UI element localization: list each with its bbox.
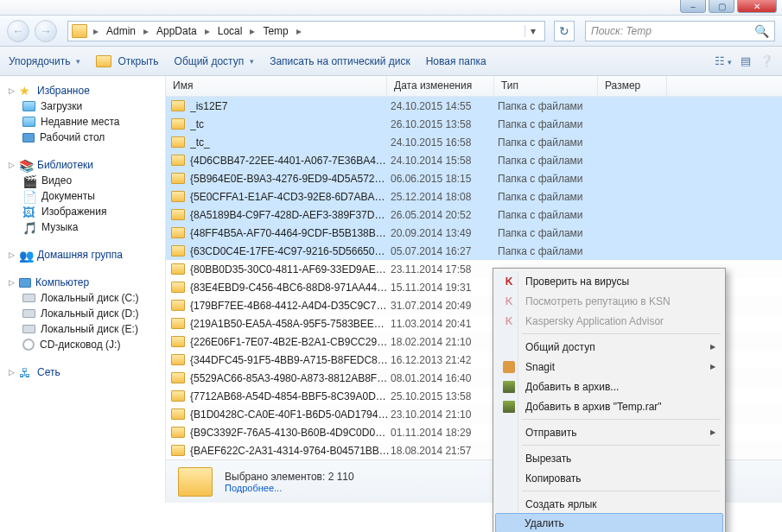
sidebar-item-downloads[interactable]: Загрузки — [3, 98, 162, 114]
favorites-heading[interactable]: ▷★Избранное — [3, 83, 162, 98]
computer-heading[interactable]: ▷Компьютер — [3, 275, 162, 290]
folder-icon — [171, 136, 185, 148]
separator — [522, 491, 721, 491]
chevron-right-icon[interactable]: ▸ — [91, 25, 101, 37]
new-folder-button[interactable]: Новая папка — [426, 55, 486, 67]
folder-icon — [171, 227, 185, 238]
folder-icon — [171, 191, 185, 202]
minimize-button[interactable]: – — [680, 0, 706, 13]
maximize-button[interactable]: ▢ — [709, 0, 734, 13]
rar-icon — [502, 380, 516, 394]
chevron-right-icon[interactable]: ▸ — [141, 25, 151, 37]
sidebar-item-drive-c[interactable]: Локальный диск (C:) — [3, 290, 162, 306]
chevron-right-icon[interactable]: ▸ — [294, 25, 304, 37]
ctx-snagit[interactable]: Snagit — [496, 357, 722, 377]
file-date: 23.10.2014 21:10 — [391, 408, 498, 421]
back-button[interactable]: ← — [7, 20, 29, 42]
ctx-add-rar[interactable]: Добавить в архив "Temp.rar" — [496, 396, 722, 416]
ctx-create-shortcut[interactable]: Создать ярлык — [496, 494, 722, 514]
file-name: {226E06F1-7E07-4B2E-B2A1-CB9CC29754... — [190, 336, 391, 348]
sidebar-item-drive-cd[interactable]: CD-дисковод (J:) — [3, 337, 162, 352]
table-row[interactable]: {63CD0C4E-17FE-4C97-9216-5D56650887...05… — [166, 242, 782, 260]
file-name: {179BF7EE-4B68-4412-A4D4-D35C9C7FB56... — [190, 300, 391, 312]
ctx-add-archive[interactable]: Добавить в архив... — [496, 377, 722, 396]
music-icon: 🎵 — [22, 221, 36, 233]
search-input[interactable]: Поиск: Temp 🔍 — [585, 21, 775, 41]
open-button[interactable]: Открыть — [96, 55, 158, 67]
libraries-heading[interactable]: ▷📚Библиотеки — [3, 157, 162, 173]
refresh-button[interactable]: ↻ — [554, 21, 575, 41]
breadcrumb-item[interactable]: Local — [214, 25, 246, 37]
ctx-ksn-reputation: KПосмотреть репутацию в KSN — [496, 291, 722, 311]
table-row[interactable]: {4D6CBB47-22EE-4401-A067-7E36BA4F37...24… — [166, 151, 782, 169]
folder-icon — [171, 100, 185, 111]
table-row[interactable]: _tc_24.10.2015 16:58Папка с файлами — [166, 133, 782, 151]
address-bar[interactable]: ▸ Admin ▸ AppData ▸ Local ▸ Temp ▸ ▾ — [67, 21, 545, 41]
sidebar-item-drive-e[interactable]: Локальный диск (E:) — [3, 321, 162, 337]
table-row[interactable]: {5E0CFFA1-E1AF-4CD3-92E8-6D7ABA881...25.… — [166, 187, 782, 206]
folder-icon — [171, 427, 185, 438]
breadcrumb-item[interactable]: Admin — [103, 25, 139, 37]
close-button[interactable]: ✕ — [737, 0, 777, 13]
folder-icon — [171, 118, 185, 130]
file-name: {8A5189B4-C9F7-428D-AEF3-389F37DC34... — [190, 209, 391, 221]
file-type: Папка с файлами — [498, 118, 619, 130]
homegroup-heading[interactable]: ▷👥Домашняя группа — [3, 247, 162, 263]
computer-icon — [19, 278, 31, 288]
column-size[interactable]: Размер — [598, 76, 667, 96]
table-row[interactable]: {8A5189B4-C9F7-428D-AEF3-389F37DC34...26… — [166, 206, 782, 224]
rar-icon — [502, 400, 516, 414]
chevron-right-icon[interactable]: ▸ — [202, 25, 213, 37]
separator — [522, 333, 721, 334]
table-row[interactable]: _is12E724.10.2015 14:55Папка с файлами — [166, 97, 782, 115]
folder-icon — [171, 354, 185, 365]
file-date: 20.09.2014 13:49 — [391, 227, 498, 239]
forward-button[interactable]: → — [35, 20, 57, 42]
column-name[interactable]: Имя — [166, 76, 387, 96]
ctx-share[interactable]: Общий доступ — [496, 337, 722, 357]
ctx-send-to[interactable]: Отправить — [496, 422, 722, 442]
table-row[interactable]: {5B964E0E-B9A3-4276-9ED9-4D5A572074...06… — [166, 169, 782, 187]
burn-button[interactable]: Записать на оптический диск — [270, 55, 410, 67]
sidebar-item-drive-d[interactable]: Локальный диск (D:) — [3, 306, 162, 321]
sidebar-item-recent[interactable]: Недавние места — [3, 114, 162, 130]
separator — [522, 419, 721, 420]
breadcrumb-item[interactable]: AppData — [153, 25, 200, 37]
share-menu[interactable]: Общий доступ — [175, 55, 255, 67]
file-name: {B9C3392F-76A5-4130-B60B-4D9C0D083E6... — [190, 427, 391, 439]
chevron-right-icon[interactable]: ▸ — [247, 25, 257, 37]
details-link[interactable]: Подробнее... — [225, 483, 354, 493]
organize-menu[interactable]: Упорядочить — [9, 55, 80, 67]
breadcrumb-item[interactable]: Temp — [259, 25, 291, 37]
ctx-scan-virus[interactable]: KПроверить на вирусы — [496, 271, 722, 291]
sidebar-item-music[interactable]: 🎵Музыка — [3, 219, 162, 235]
folder-icon — [171, 372, 185, 383]
ctx-delete[interactable]: Удалить — [495, 513, 723, 532]
ctx-cut[interactable]: Вырезать — [496, 448, 722, 468]
file-date: 15.11.2014 19:31 — [391, 282, 498, 294]
column-type[interactable]: Тип — [494, 76, 598, 96]
address-dropdown[interactable]: ▾ — [525, 25, 541, 37]
network-heading[interactable]: ▷🖧Сеть — [3, 364, 162, 380]
column-headers: Имя Дата изменения Тип Размер — [166, 76, 782, 97]
sidebar-item-desktop[interactable]: Рабочий стол — [3, 130, 162, 145]
table-row[interactable]: _tc26.10.2015 13:58Папка с файлами — [166, 115, 782, 133]
table-row[interactable]: {48FF4B5A-AF70-4464-9CDF-B5B138B5B7...20… — [166, 224, 782, 242]
column-date[interactable]: Дата изменения — [387, 76, 494, 96]
pictures-icon: 🖼 — [22, 206, 36, 218]
navigation-pane: ▷★Избранное Загрузки Недавние места Рабо… — [0, 76, 166, 503]
file-date: 05.07.2014 16:27 — [391, 245, 498, 257]
preview-pane-button[interactable]: ▤ — [741, 54, 751, 67]
file-date: 25.12.2014 18:08 — [391, 191, 498, 203]
file-date: 25.10.2015 13:58 — [391, 390, 498, 402]
help-button[interactable]: ❔ — [760, 54, 773, 67]
network-icon: 🖧 — [19, 366, 33, 378]
homegroup-icon: 👥 — [19, 249, 33, 261]
file-date: 26.10.2015 13:58 — [391, 118, 498, 130]
folder-icon — [171, 155, 185, 166]
sidebar-item-video[interactable]: 🎬Видео — [3, 173, 162, 188]
sidebar-item-documents[interactable]: 📄Документы — [3, 188, 162, 204]
sidebar-item-pictures[interactable]: 🖼Изображения — [3, 204, 162, 219]
view-menu[interactable]: ☷ — [715, 54, 732, 67]
ctx-copy[interactable]: Копировать — [496, 468, 722, 488]
